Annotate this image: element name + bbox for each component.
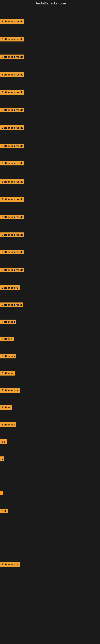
bottleneck-badge: Bottleneck result xyxy=(0,144,24,148)
bottleneck-item: Bottleneck re xyxy=(0,388,20,394)
bottleneck-badge: Bottleneck result xyxy=(0,19,24,24)
bottleneck-item: Bottleneck result xyxy=(0,215,24,220)
bottleneck-item: Bottleneck result xyxy=(0,108,24,113)
bottleneck-badge: Bottlene xyxy=(0,337,14,341)
bottleneck-badge: Bottleneck result xyxy=(0,197,24,202)
bottleneck-badge: Bottlenec xyxy=(0,371,15,376)
bottleneck-badge: Bottleneck result xyxy=(0,250,24,254)
bottleneck-badge: Bottleneck result xyxy=(0,232,24,237)
bottleneck-item: Bottleneck result xyxy=(0,90,24,96)
bottleneck-item: Bottler xyxy=(0,405,12,410)
bottleneck-item: Bottleneck result xyxy=(0,232,24,238)
bottleneck-badge: Bottleneck result xyxy=(0,54,24,59)
bottleneck-badge: Bottleneck resul xyxy=(0,302,23,307)
bottleneck-badge: B xyxy=(0,456,3,461)
bottleneck-badge: Bo xyxy=(0,439,7,444)
bottleneck-item: Bottleneck result xyxy=(0,268,24,273)
bottleneck-badge: Bottleneck result xyxy=(0,161,24,166)
bottleneck-item: Bottlenec xyxy=(0,371,15,376)
bottleneck-item: Bottleneck result xyxy=(0,161,24,166)
bottleneck-item: B xyxy=(0,456,3,462)
bottleneck-item: Bottleneck result xyxy=(0,37,24,42)
bottleneck-badge: | xyxy=(0,491,3,495)
bottleneck-badge: Bottleneck xyxy=(0,422,16,427)
bottleneck-badge: Bottler xyxy=(0,405,12,410)
bottleneck-badge: Bot xyxy=(0,509,8,514)
bottleneck-badge: Bottleneck result xyxy=(0,90,24,94)
bottleneck-badge: Bottleneck re xyxy=(0,388,20,393)
bottleneck-badge: Bottleneck result xyxy=(0,215,24,219)
bottleneck-badge: Bottleneck result xyxy=(0,108,24,112)
bottleneck-item: Bottleneck result xyxy=(0,179,24,185)
bottleneck-badge: Bottleneck result xyxy=(0,72,24,77)
bottleneck-item: Bot xyxy=(0,509,8,514)
bottleneck-item: Bottleneck xyxy=(0,320,16,325)
bottleneck-item: Bottleneck xyxy=(0,354,16,359)
bottleneck-item: Bottleneck result xyxy=(0,72,24,78)
bottleneck-item: Bottleneck xyxy=(0,422,16,428)
bottleneck-item: Bottleneck re xyxy=(0,285,20,291)
bottleneck-item: Bottlene xyxy=(0,337,14,342)
bottleneck-item: Bottleneck re xyxy=(0,562,20,568)
bottleneck-item: Bottleneck result xyxy=(0,250,24,255)
bottleneck-badge: Bottleneck re xyxy=(0,562,20,567)
bottleneck-item: Bottleneck result xyxy=(0,19,24,24)
bottleneck-item: Bottleneck result xyxy=(0,144,24,149)
bottleneck-badge: Bottleneck re xyxy=(0,285,20,290)
bottleneck-item: Bottleneck result xyxy=(0,54,24,60)
bottleneck-badge: Bottleneck result xyxy=(0,179,24,184)
bottleneck-badge: Bottleneck result xyxy=(0,126,24,130)
bottleneck-badge: Bottleneck xyxy=(0,354,16,358)
bottleneck-item: Bo xyxy=(0,439,7,445)
site-title: TheBottlenecker.com xyxy=(0,0,100,8)
bottleneck-badge: Bottleneck xyxy=(0,320,16,324)
bottleneck-badge: Bottleneck result xyxy=(0,37,24,42)
bottleneck-item: Bottleneck result xyxy=(0,197,24,202)
bottleneck-item: | xyxy=(0,491,3,496)
bottleneck-badge: Bottleneck result xyxy=(0,268,24,272)
bottleneck-item: Bottleneck result xyxy=(0,126,24,131)
bottleneck-item: Bottleneck resul xyxy=(0,302,23,308)
